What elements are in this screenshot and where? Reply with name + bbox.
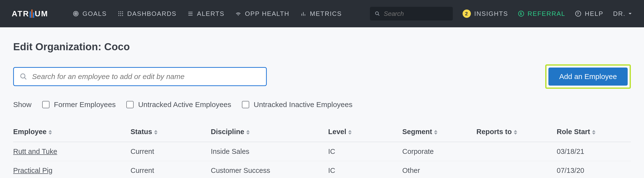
cell-role-start: 07/13/20 [557, 161, 631, 178]
nav-label: ALERTS [197, 10, 224, 18]
nav-alerts[interactable]: ALERTS [187, 10, 224, 18]
filter-former-employees[interactable]: Former Employees [42, 100, 116, 109]
employee-link[interactable]: Practical Pig [13, 166, 52, 174]
svg-point-11 [122, 15, 123, 16]
nav-label: METRICS [310, 10, 342, 18]
svg-point-9 [118, 15, 119, 16]
nav-dashboards[interactable]: DASHBOARDS [118, 10, 176, 18]
top-nav: ATR UM GOALS DASHBOARDS ALERTS OPP HEALT… [0, 0, 644, 27]
nav-insights[interactable]: 2 INSIGHTS [462, 10, 508, 18]
checkbox-label: Untracked Inactive Employees [254, 100, 352, 109]
cell-status: Current [130, 161, 211, 178]
filter-untracked-inactive[interactable]: Untracked Inactive Employees [242, 100, 352, 109]
table-row: Practical Pig Current Customer Success I… [13, 161, 631, 178]
user-label: DR. [613, 10, 626, 18]
col-employee[interactable]: Employee [13, 124, 130, 142]
cell-role-start: 03/18/21 [557, 142, 631, 161]
checkbox-icon [42, 101, 50, 108]
brand-part2: UM [35, 9, 48, 18]
employee-link[interactable]: Rutt and Tuke [13, 148, 57, 155]
checkbox-icon [242, 101, 249, 108]
svg-point-15 [238, 15, 239, 16]
global-search[interactable] [370, 7, 453, 20]
svg-point-5 [122, 11, 123, 12]
employee-search-input[interactable] [32, 72, 260, 81]
col-reports-to[interactable]: Reports to [476, 124, 557, 142]
sort-icon [514, 130, 517, 134]
cell-segment: Corporate [402, 142, 476, 161]
sort-icon [246, 130, 250, 134]
nav-opp-health[interactable]: OPP HEALTH [235, 10, 289, 18]
nav-label: OPP HEALTH [245, 10, 289, 18]
filter-row: Show Former Employees Untracked Active E… [13, 100, 631, 109]
target-icon [73, 10, 79, 17]
col-role-start[interactable]: Role Start [557, 124, 631, 142]
sort-icon [154, 130, 158, 134]
add-employee-highlight: Add an Employee [545, 64, 631, 89]
grid-icon [118, 10, 124, 17]
help-icon: ? [575, 10, 581, 17]
svg-text:?: ? [577, 12, 580, 16]
search-icon [20, 73, 27, 80]
checkbox-icon [126, 101, 134, 108]
cell-level: IC [328, 161, 402, 178]
th-label: Employee [13, 128, 46, 136]
svg-point-2 [76, 13, 76, 14]
sort-icon [592, 130, 596, 134]
employees-table: Employee Status Discipline Level Segment… [13, 124, 631, 178]
nav-goals[interactable]: GOALS [73, 10, 107, 18]
cell-reports-to [476, 161, 557, 178]
svg-line-26 [24, 78, 26, 80]
cell-discipline: Customer Success [211, 161, 328, 178]
th-label: Discipline [211, 128, 244, 136]
filter-untracked-active[interactable]: Untracked Active Employees [126, 100, 231, 109]
main-content: Edit Organization: Coco Add an Employee … [0, 27, 644, 178]
bar-chart-icon [300, 10, 306, 17]
cell-reports-to [476, 142, 557, 161]
cell-level: IC [328, 142, 402, 161]
sort-icon [48, 130, 52, 134]
th-label: Role Start [557, 128, 590, 136]
brand-logo[interactable]: ATR UM [12, 9, 48, 18]
svg-point-3 [118, 11, 119, 12]
cell-status: Current [130, 142, 211, 161]
svg-text:$: $ [520, 12, 522, 16]
th-label: Level [328, 128, 346, 136]
filter-label: Show [13, 100, 32, 109]
svg-point-25 [21, 74, 25, 78]
global-search-input[interactable] [384, 10, 448, 18]
brand-part1: ATR [12, 9, 29, 18]
add-employee-button[interactable]: Add an Employee [548, 68, 628, 86]
nav-label: HELP [585, 10, 603, 18]
search-icon [375, 11, 380, 16]
page-title: Edit Organization: Coco [13, 41, 631, 53]
svg-point-6 [118, 13, 119, 14]
nav-referral[interactable]: $ REFERRAL [518, 10, 566, 18]
col-status[interactable]: Status [130, 124, 211, 142]
nav-right: 2 INSIGHTS $ REFERRAL ? HELP DR. [370, 7, 632, 20]
nav-metrics[interactable]: METRICS [300, 10, 342, 18]
brand-bars-icon [30, 10, 34, 18]
table-header-row: Employee Status Discipline Level Segment… [13, 124, 631, 142]
checkbox-label: Untracked Active Employees [138, 100, 231, 109]
th-label: Status [130, 128, 152, 136]
user-menu[interactable]: DR. [613, 10, 632, 18]
col-segment[interactable]: Segment [402, 124, 476, 142]
cell-segment: Other [402, 161, 476, 178]
col-discipline[interactable]: Discipline [211, 124, 328, 142]
col-level[interactable]: Level [328, 124, 402, 142]
dollar-icon: $ [518, 10, 524, 17]
nav-label: INSIGHTS [474, 10, 508, 18]
th-label: Reports to [476, 128, 512, 136]
svg-point-7 [120, 13, 121, 14]
th-label: Segment [402, 128, 432, 136]
employee-search[interactable] [13, 67, 267, 86]
toolbar-row: Add an Employee [13, 64, 631, 89]
nav-label: GOALS [82, 10, 107, 18]
chevron-down-icon [628, 12, 632, 16]
svg-line-20 [378, 14, 379, 16]
menu-icon [187, 10, 194, 17]
sort-icon [434, 130, 438, 134]
nav-help[interactable]: ? HELP [575, 10, 603, 18]
svg-point-19 [375, 12, 378, 15]
